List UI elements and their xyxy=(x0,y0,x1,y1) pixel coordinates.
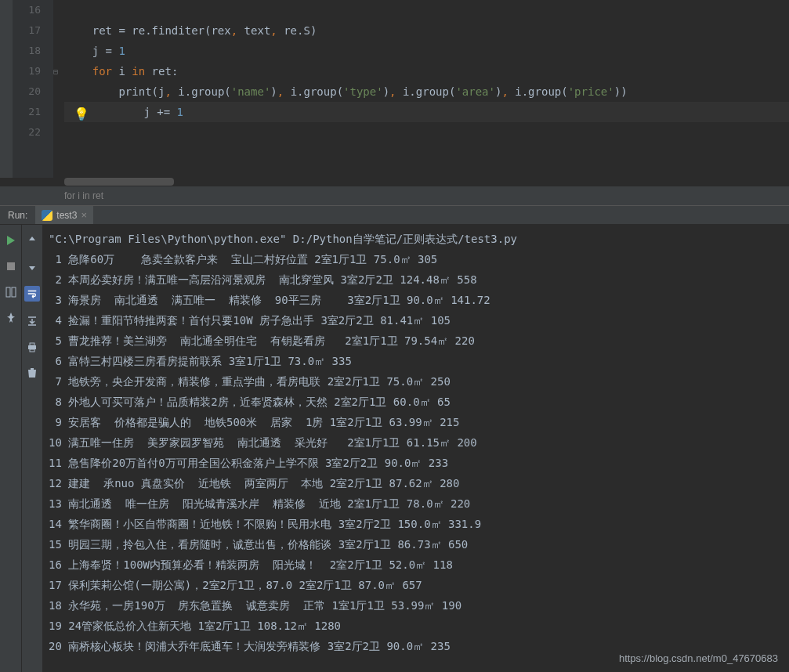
soft-wrap-button[interactable] xyxy=(24,286,40,302)
code-line[interactable]: print(j, i.group('name'), i.group('type'… xyxy=(64,81,789,102)
svg-rect-5 xyxy=(30,349,34,352)
run-tool-window: Run: test3 × "C:\Program Files\Python\py… xyxy=(0,205,789,672)
layout-button[interactable] xyxy=(5,286,17,298)
rerun-button[interactable] xyxy=(5,234,17,247)
code-line[interactable]: j = 1 xyxy=(64,41,789,61)
svg-rect-2 xyxy=(12,287,16,297)
svg-rect-4 xyxy=(30,343,34,345)
run-toolbar-left2 xyxy=(21,225,42,672)
down-button[interactable] xyxy=(26,260,38,273)
gutter: 16171819202122 xyxy=(13,0,53,178)
pin-button[interactable] xyxy=(5,312,17,324)
up-button[interactable] xyxy=(26,234,38,247)
breadcrumb-text: for i in ret xyxy=(64,190,103,201)
code-line[interactable] xyxy=(64,122,789,143)
svg-rect-0 xyxy=(7,262,15,270)
editor-side-rail xyxy=(0,0,13,178)
svg-rect-3 xyxy=(28,345,36,349)
code-line[interactable]: for i in ret: xyxy=(64,61,789,81)
trash-button[interactable] xyxy=(26,367,38,379)
svg-rect-1 xyxy=(6,287,10,297)
code-line[interactable]: ret = re.finditer(rex, text, re.S) xyxy=(64,20,789,41)
code-body[interactable]: ret = re.finditer(rex, text, re.S) j = 1… xyxy=(64,0,789,178)
code-line[interactable]: 💡 j += 1 xyxy=(64,102,789,122)
run-toolbar-left xyxy=(0,225,21,672)
code-line[interactable] xyxy=(64,0,789,20)
horizontal-scrollbar[interactable] xyxy=(64,178,789,186)
code-editor[interactable]: 16171819202122 ⊟ ret = re.finditer(rex, … xyxy=(0,0,789,205)
watermark: https://blog.csdn.net/m0_47670683 xyxy=(619,652,778,664)
run-tab[interactable]: test3 × xyxy=(35,206,93,224)
intention-bulb-icon[interactable]: 💡 xyxy=(74,104,88,118)
close-icon[interactable]: × xyxy=(81,209,87,221)
print-button[interactable] xyxy=(26,341,38,353)
fold-column[interactable]: ⊟ xyxy=(53,0,64,178)
run-tab-bar: Run: test3 × xyxy=(0,206,789,225)
python-icon xyxy=(42,210,52,221)
scroll-to-end-button[interactable] xyxy=(26,315,38,327)
console-output[interactable]: "C:\Program Files\Python\python.exe" D:/… xyxy=(42,225,789,672)
stop-button[interactable] xyxy=(5,260,17,273)
breadcrumb[interactable]: for i in ret xyxy=(0,186,789,205)
run-tab-name: test3 xyxy=(56,210,77,221)
run-label: Run: xyxy=(0,210,35,221)
